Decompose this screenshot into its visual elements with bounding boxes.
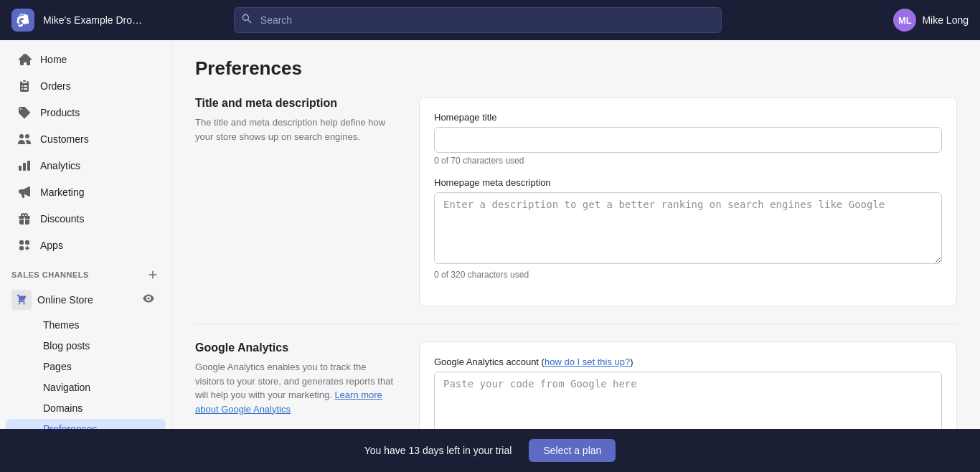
select-plan-button[interactable]: Select a plan	[529, 439, 616, 462]
ga-setup-link[interactable]: how do I set this up?	[545, 357, 630, 367]
sidebar-item-discounts[interactable]: Discounts	[6, 206, 166, 232]
user-area: ML Mike Long	[893, 9, 969, 32]
title-meta-heading: Title and meta description	[195, 97, 396, 110]
online-store-view-button[interactable]	[143, 293, 154, 307]
homepage-meta-input[interactable]	[434, 192, 942, 264]
sales-channels-label: Sales Channels	[11, 270, 89, 279]
homepage-title-char-count: 0 of 70 characters used	[434, 156, 942, 166]
homepage-meta-label: Homepage meta description	[434, 177, 942, 188]
ga-heading: Google Analytics	[195, 341, 396, 354]
avatar[interactable]: ML	[893, 9, 916, 32]
sidebar-item-apps[interactable]: Apps	[6, 232, 166, 258]
online-store-icon	[11, 290, 32, 310]
sub-label-domains: Domains	[43, 402, 83, 414]
section-divider	[195, 324, 957, 324]
sub-label-navigation: Navigation	[43, 382, 90, 393]
content-area: Preferences Title and meta description T…	[172, 40, 980, 429]
ga-description: Google Analytics enables you to track th…	[195, 360, 396, 416]
title-meta-desc: The title and meta description help defi…	[195, 115, 396, 143]
sidebar-label-products: Products	[40, 107, 80, 118]
sidebar-label-discounts: Discounts	[40, 213, 84, 225]
sidebar-label-customers: Customers	[40, 133, 89, 145]
ga-form: Google Analytics account (how do I set t…	[419, 341, 957, 429]
sidebar-sub-navigation[interactable]: Navigation	[6, 377, 166, 397]
trial-bar: You have 13 days left in your trial Sele…	[0, 429, 980, 472]
trial-message: You have 13 days left in your trial	[364, 445, 512, 456]
title-meta-description-left: Title and meta description The title and…	[195, 97, 396, 306]
sidebar-label-analytics: Analytics	[40, 160, 80, 171]
title-meta-form: Homepage title 0 of 70 characters used H…	[419, 97, 957, 306]
add-sales-channel-button[interactable]	[146, 268, 160, 282]
page-title: Preferences	[195, 57, 957, 80]
ga-code-input[interactable]	[434, 372, 942, 429]
homepage-title-input[interactable]	[434, 127, 942, 153]
sidebar-sub-blog-posts[interactable]: Blog posts	[6, 336, 166, 356]
main-layout: Home Orders Products Customers Analytics…	[0, 40, 980, 429]
search-bar	[234, 7, 722, 33]
sidebar-item-home[interactable]: Home	[6, 47, 166, 72]
search-input[interactable]	[234, 7, 722, 33]
search-icon	[241, 13, 253, 27]
sidebar-item-orders[interactable]: Orders	[6, 73, 166, 99]
sidebar-sub-pages[interactable]: Pages	[6, 357, 166, 377]
sidebar-sub-themes[interactable]: Themes	[6, 315, 166, 335]
sidebar: Home Orders Products Customers Analytics…	[0, 40, 172, 429]
sub-label-pages: Pages	[43, 361, 72, 372]
ga-account-label: Google Analytics account (how do I set t…	[434, 357, 942, 367]
sub-label-themes: Themes	[43, 319, 80, 331]
sidebar-item-products[interactable]: Products	[6, 100, 166, 126]
sub-label-preferences: Preferences	[43, 423, 97, 429]
online-store-left: Online Store	[11, 290, 93, 310]
google-analytics-left: Google Analytics Google Analytics enable…	[195, 341, 396, 429]
sidebar-sub-domains[interactable]: Domains	[6, 398, 166, 418]
top-navigation: Mike's Example Dropshi... ML Mike Long	[0, 0, 980, 40]
user-name-label: Mike Long	[922, 14, 969, 26]
sidebar-label-marketing: Marketing	[40, 187, 84, 198]
homepage-meta-group: Homepage meta description 0 of 320 chara…	[434, 177, 942, 280]
homepage-meta-char-count: 0 of 320 characters used	[434, 270, 942, 280]
online-store-label: Online Store	[37, 294, 93, 306]
sidebar-item-customers[interactable]: Customers	[6, 126, 166, 152]
sidebar-item-marketing[interactable]: Marketing	[6, 179, 166, 205]
sidebar-label-orders: Orders	[40, 80, 71, 92]
ga-account-group: Google Analytics account (how do I set t…	[434, 357, 942, 429]
shop-logo[interactable]	[11, 9, 34, 32]
sidebar-sub-preferences[interactable]: Preferences	[6, 419, 166, 429]
homepage-title-group: Homepage title 0 of 70 characters used	[434, 112, 942, 166]
sub-label-blog-posts: Blog posts	[43, 340, 90, 351]
title-meta-section: Title and meta description The title and…	[195, 97, 957, 306]
sidebar-label-home: Home	[40, 54, 67, 65]
sidebar-item-online-store[interactable]: Online Store	[6, 285, 166, 314]
sales-channels-section: Sales Channels	[0, 259, 171, 285]
shop-name-label: Mike's Example Dropshi...	[43, 14, 143, 26]
homepage-title-label: Homepage title	[434, 112, 942, 123]
sidebar-label-apps: Apps	[40, 240, 63, 251]
google-analytics-section: Google Analytics Google Analytics enable…	[195, 341, 957, 429]
sidebar-item-analytics[interactable]: Analytics	[6, 153, 166, 179]
